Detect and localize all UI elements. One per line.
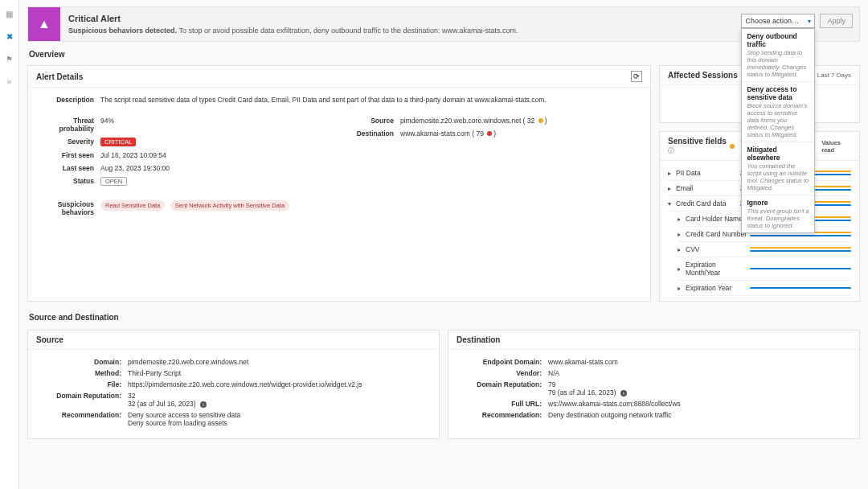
- sf-subrow[interactable]: ▸CVV: [678, 242, 851, 257]
- dot-icon: [730, 144, 734, 149]
- dst-vendor: N/A: [548, 369, 848, 377]
- flag-icon[interactable]: ⚑: [4, 53, 15, 64]
- chevron-right-icon: ▸: [668, 185, 676, 192]
- sidebar: ▦ ✖ ⚑ »: [0, 0, 19, 489]
- src-reputation: 3232 (as of Jul 16, 2023) i: [128, 392, 428, 408]
- tools-icon[interactable]: ✖: [4, 31, 15, 42]
- source-panel: Source Domain:pimdemosite.z20.web.core.w…: [27, 330, 440, 439]
- behavior-pill: Sent Network Activity with Sensitive Dat…: [170, 200, 289, 211]
- affected-title: Affected Sessions: [668, 71, 738, 80]
- chevron-right-icon: ▸: [678, 246, 686, 253]
- chevron-right-icon: ▸: [678, 285, 686, 292]
- action-ignore[interactable]: Ignore This event group isn't a threat. …: [742, 195, 814, 232]
- action-deny-outbound[interactable]: Deny outbound traffic Stop sending data …: [742, 29, 814, 82]
- action-dropdown: Deny outbound traffic Stop sending data …: [741, 28, 815, 233]
- dst-recommendation: Deny destination outgoing network traffi…: [548, 411, 848, 419]
- alert-banner: ▲ Critical Alert Suspicious behaviors de…: [27, 6, 860, 42]
- first-seen-value: Jul 16, 2023 10:09:54: [100, 151, 339, 159]
- chevron-down-icon: ▾: [808, 18, 811, 25]
- alert-title: Critical Alert: [68, 14, 851, 23]
- source-value: pimdemosite.z20.web.core.windows.net ( 3…: [400, 117, 639, 125]
- src-method: Third-Party Script: [128, 369, 428, 377]
- chevron-right-icon: ▸: [678, 216, 686, 223]
- dest-value: www.akamai-stats.com ( 79 ): [400, 129, 639, 138]
- behavior-pill: Read Sensitive Data: [100, 200, 165, 211]
- chevron-right-icon: ▸: [678, 231, 686, 238]
- src-domain: pimdemosite.z20.web.core.windows.net: [128, 358, 428, 366]
- description-value: The script read sensitive data of types …: [100, 96, 639, 104]
- alert-details-panel: Alert Details ⟳ DescriptionThe script re…: [27, 65, 651, 302]
- refresh-button[interactable]: ⟳: [631, 71, 642, 82]
- src-file: https://pimdemosite.z20.web.core.windows…: [128, 380, 428, 388]
- info-icon[interactable]: ⓘ: [668, 147, 674, 154]
- dst-domain: www.akamai-stats.com: [548, 358, 848, 366]
- threat-value: 94%: [100, 117, 339, 133]
- action-mitigated-elsewhere[interactable]: Mitigated elsewhere You contained the sc…: [742, 142, 814, 195]
- warning-icon: ▲: [28, 7, 60, 41]
- apply-button[interactable]: Apply: [820, 14, 853, 28]
- dashboard-icon[interactable]: ▦: [4, 8, 15, 19]
- dst-url: ws://www.akamai-stats.com:8888/collect/w…: [548, 400, 848, 408]
- destination-panel: Destination Endpoint Domain:www.akamai-s…: [448, 330, 860, 439]
- dst-reputation: 7979 (as of Jul 16, 2023) i: [548, 380, 848, 397]
- time-range: Last 7 Days: [817, 72, 851, 79]
- more-icon[interactable]: »: [4, 76, 15, 87]
- overview-heading: Overview: [29, 50, 860, 59]
- info-icon[interactable]: i: [620, 390, 627, 397]
- dot-icon: [487, 131, 492, 136]
- chevron-right-icon: ▸: [668, 170, 676, 177]
- alert-details-title: Alert Details: [36, 72, 83, 81]
- severity-badge: CRITICAL: [100, 138, 136, 146]
- chevron-right-icon: ▸: [678, 265, 686, 273]
- srcdest-heading: Source and Destination: [29, 313, 860, 322]
- chevron-down-icon: ▾: [668, 200, 676, 208]
- sf-subrow[interactable]: ▸Expiration Month/Year: [678, 257, 851, 281]
- info-icon[interactable]: i: [200, 401, 207, 408]
- dot-icon: [538, 118, 543, 123]
- sf-subrow[interactable]: ▸Expiration Year: [678, 281, 851, 296]
- src-recommendation: Deny source access to sensitive dataDeny…: [128, 411, 428, 427]
- alert-message: Suspicious behaviors detected. To stop o…: [68, 27, 851, 35]
- main-content: ▲ Critical Alert Suspicious behaviors de…: [19, 0, 868, 489]
- last-seen-value: Aug 23, 2023 19:30:00: [100, 164, 339, 172]
- action-deny-sensitive[interactable]: Deny access to sensitive data Block sour…: [742, 82, 814, 142]
- status-badge: OPEN: [100, 177, 127, 186]
- action-select[interactable]: Choose action… ▾: [741, 14, 815, 28]
